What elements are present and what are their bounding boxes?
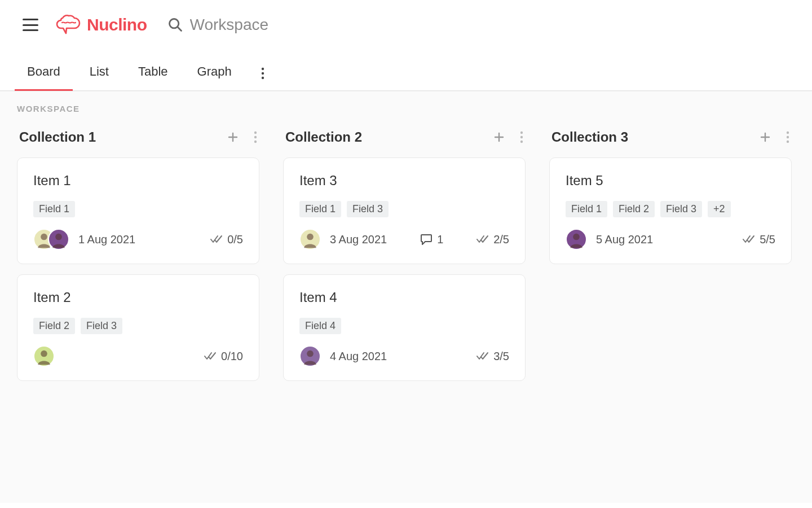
svg-point-9 bbox=[254, 141, 257, 143]
svg-point-19 bbox=[307, 351, 314, 357]
menu-icon[interactable] bbox=[23, 19, 38, 31]
add-card-icon[interactable] bbox=[494, 132, 504, 142]
card-date: 1 Aug 2021 bbox=[78, 233, 135, 246]
checklist-icon bbox=[210, 235, 223, 244]
card-date: 3 Aug 2021 bbox=[330, 233, 387, 246]
board-area: WORKSPACE Collection 1Item 1Field 11 Aug… bbox=[0, 91, 812, 503]
card-checklist: 5/5 bbox=[743, 233, 775, 246]
view-tabs: Board List Table Graph bbox=[0, 56, 812, 91]
checklist-icon bbox=[476, 352, 489, 361]
tab-graph[interactable]: Graph bbox=[195, 56, 234, 90]
svg-point-23 bbox=[787, 136, 789, 138]
svg-point-17 bbox=[520, 141, 523, 143]
board-card[interactable]: Item 3Field 1Field 33 Aug 202112/5 bbox=[283, 157, 526, 264]
svg-point-4 bbox=[262, 77, 264, 79]
card-checklist: 3/5 bbox=[476, 350, 509, 363]
checklist-count: 0/10 bbox=[221, 350, 243, 363]
column-title: Collection 3 bbox=[551, 129, 628, 145]
brain-icon bbox=[55, 14, 81, 36]
tab-board[interactable]: Board bbox=[25, 56, 63, 90]
card-title: Item 3 bbox=[299, 173, 509, 189]
card-checklist: 0/5 bbox=[210, 233, 243, 246]
svg-point-16 bbox=[520, 136, 523, 138]
tab-list[interactable]: List bbox=[87, 56, 111, 90]
card-comments: 1 bbox=[420, 233, 443, 246]
checklist-count: 5/5 bbox=[760, 233, 775, 246]
checklist-count: 0/5 bbox=[227, 233, 243, 246]
checklist-count: 3/5 bbox=[493, 350, 509, 363]
checklist-icon bbox=[476, 235, 489, 244]
svg-point-10 bbox=[41, 234, 47, 240]
card-tags: Field 4 bbox=[299, 318, 509, 334]
top-bar: Nuclino bbox=[0, 0, 812, 45]
svg-point-8 bbox=[254, 136, 257, 138]
column-more-icon[interactable] bbox=[254, 131, 257, 143]
tag: +2 bbox=[708, 201, 731, 217]
svg-point-2 bbox=[262, 68, 264, 70]
svg-point-7 bbox=[254, 132, 257, 134]
board-column: Collection 1Item 1Field 11 Aug 20210/5It… bbox=[17, 129, 259, 391]
checklist-icon bbox=[743, 235, 755, 244]
checklist-count: 2/5 bbox=[493, 233, 509, 246]
tab-table[interactable]: Table bbox=[136, 56, 170, 90]
board-card[interactable]: Item 4Field 44 Aug 20213/5 bbox=[283, 274, 526, 381]
svg-point-12 bbox=[41, 351, 47, 357]
tag: Field 3 bbox=[660, 201, 702, 217]
board-card[interactable]: Item 2Field 2Field 30/10 bbox=[17, 274, 259, 381]
tag: Field 1 bbox=[566, 201, 607, 217]
avatar bbox=[566, 229, 587, 250]
breadcrumb: WORKSPACE bbox=[17, 104, 795, 113]
card-avatars bbox=[566, 229, 587, 250]
tag: Field 1 bbox=[299, 201, 341, 217]
card-avatars bbox=[299, 345, 321, 367]
search-icon[interactable] bbox=[167, 17, 183, 33]
card-date: 5 Aug 2021 bbox=[596, 233, 653, 246]
column-header: Collection 2 bbox=[283, 129, 526, 145]
card-title: Item 4 bbox=[299, 290, 509, 305]
column-title: Collection 2 bbox=[285, 129, 362, 145]
comment-count: 1 bbox=[437, 233, 443, 246]
card-avatars bbox=[299, 229, 321, 250]
svg-point-24 bbox=[787, 141, 789, 143]
board-card[interactable]: Item 5Field 1Field 2Field 3+25 Aug 20215… bbox=[549, 157, 792, 264]
add-card-icon[interactable] bbox=[228, 132, 238, 142]
card-title: Item 2 bbox=[33, 290, 243, 305]
avatar bbox=[33, 345, 55, 367]
card-date: 4 Aug 2021 bbox=[330, 350, 387, 363]
card-title: Item 5 bbox=[566, 173, 775, 189]
board-columns: Collection 1Item 1Field 11 Aug 20210/5It… bbox=[17, 129, 795, 391]
avatar bbox=[48, 229, 69, 250]
column-more-icon[interactable] bbox=[520, 131, 523, 143]
column-header: Collection 3 bbox=[549, 129, 792, 145]
board-column: Collection 2Item 3Field 1Field 33 Aug 20… bbox=[283, 129, 526, 391]
tag: Field 2 bbox=[613, 201, 655, 217]
tag: Field 3 bbox=[81, 318, 122, 334]
card-tags: Field 1 bbox=[33, 201, 243, 217]
tabs-more-icon[interactable] bbox=[257, 63, 269, 84]
board-card[interactable]: Item 1Field 11 Aug 20210/5 bbox=[17, 157, 259, 264]
column-more-icon[interactable] bbox=[786, 131, 789, 143]
column-header: Collection 1 bbox=[17, 129, 259, 145]
search bbox=[167, 16, 472, 34]
svg-point-11 bbox=[55, 234, 62, 240]
svg-point-18 bbox=[307, 234, 314, 240]
card-avatars bbox=[33, 345, 55, 367]
svg-point-22 bbox=[787, 132, 789, 134]
svg-point-25 bbox=[573, 234, 580, 240]
card-checklist: 0/10 bbox=[204, 350, 243, 363]
svg-line-1 bbox=[178, 27, 181, 30]
logo[interactable]: Nuclino bbox=[55, 14, 147, 36]
comment-icon bbox=[420, 234, 433, 245]
avatar bbox=[299, 345, 321, 367]
card-checklist: 2/5 bbox=[476, 233, 509, 246]
search-input[interactable] bbox=[190, 16, 472, 34]
logo-text: Nuclino bbox=[87, 15, 147, 34]
card-tags: Field 1Field 3 bbox=[299, 201, 509, 217]
card-title: Item 1 bbox=[33, 173, 243, 189]
card-tags: Field 2Field 3 bbox=[33, 318, 243, 334]
add-card-icon[interactable] bbox=[760, 132, 770, 142]
avatar bbox=[299, 229, 321, 250]
tag: Field 3 bbox=[347, 201, 389, 217]
tag: Field 1 bbox=[33, 201, 75, 217]
svg-point-15 bbox=[520, 132, 523, 134]
